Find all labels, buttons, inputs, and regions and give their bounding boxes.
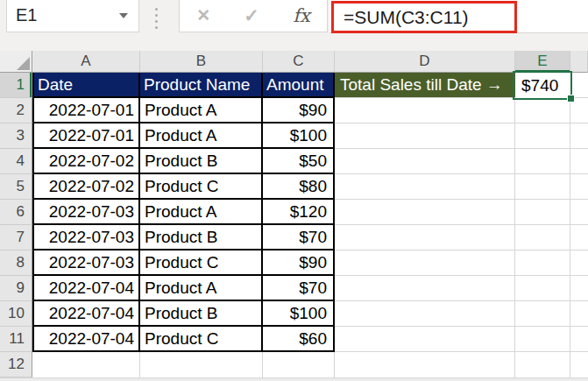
fill-handle[interactable]	[567, 95, 575, 102]
row-header-9[interactable]: 9	[0, 276, 32, 301]
cell-b12[interactable]	[140, 352, 263, 377]
cell-d1[interactable]: Total Sales till Date →	[335, 73, 515, 98]
cell-d5[interactable]	[335, 174, 515, 200]
column-header-b[interactable]: B	[140, 51, 263, 73]
cell-a7[interactable]: 2022-07-03	[32, 225, 140, 250]
cell-c1[interactable]: Amount	[263, 73, 335, 98]
cell-d2[interactable]	[335, 98, 515, 123]
cell-e5[interactable]	[515, 174, 570, 200]
cell-e4[interactable]	[515, 149, 570, 174]
row-header-12[interactable]: 12	[0, 352, 32, 377]
row-header-1[interactable]: 1	[0, 73, 32, 98]
cell-c6[interactable]: $120	[263, 200, 335, 225]
cell-a5[interactable]: 2022-07-02	[32, 174, 140, 200]
cell-a3[interactable]: 2022-07-01	[32, 123, 140, 149]
cell-e3[interactable]	[515, 123, 570, 149]
cell-a2[interactable]: 2022-07-01	[32, 98, 140, 123]
cell-e8[interactable]	[515, 250, 570, 276]
cell-d10[interactable]	[335, 301, 515, 327]
column-header-f-partial[interactable]	[570, 51, 588, 73]
cell-c4[interactable]: $50	[263, 149, 335, 174]
cell-b3[interactable]: Product A	[140, 123, 263, 149]
cell-b2[interactable]: Product A	[140, 98, 263, 123]
cell-b8[interactable]: Product C	[140, 250, 263, 276]
cell-a9[interactable]: 2022-07-04	[32, 276, 140, 301]
cell-a6[interactable]: 2022-07-03	[32, 200, 140, 225]
formula-toolbar: E1 ✕ ✓ fx =SUM(C3:C11)	[0, 0, 588, 51]
cell-b7[interactable]: Product B	[140, 225, 263, 250]
cell-b11[interactable]: Product C	[140, 327, 263, 352]
column-header-a[interactable]: A	[32, 51, 140, 73]
row-header-5[interactable]: 5	[0, 174, 32, 200]
name-box-value: E1	[7, 5, 119, 25]
cell-a8[interactable]: 2022-07-03	[32, 250, 140, 276]
cell-e12[interactable]	[515, 352, 570, 377]
cell-b10[interactable]: Product B	[140, 301, 263, 327]
cell-c7[interactable]: $70	[263, 225, 335, 250]
cell-f4[interactable]	[570, 149, 588, 174]
cell-a12[interactable]	[32, 352, 140, 377]
cell-f12[interactable]	[570, 352, 588, 377]
formula-button-group: ✕ ✓ fx	[179, 0, 328, 32]
cell-d12[interactable]	[335, 352, 515, 377]
cell-a10[interactable]: 2022-07-04	[32, 301, 140, 327]
insert-function-icon[interactable]: fx	[293, 5, 310, 26]
cell-e1-selected[interactable]: $740	[515, 73, 570, 98]
cell-e10[interactable]	[515, 301, 570, 327]
column-header-c[interactable]: C	[263, 51, 335, 73]
column-header-e-selected[interactable]: E	[515, 51, 570, 73]
name-box[interactable]: E1	[6, 0, 139, 32]
cell-c8[interactable]: $90	[263, 250, 335, 276]
cell-d6[interactable]	[335, 200, 515, 225]
cancel-icon[interactable]: ✕	[196, 5, 210, 25]
cell-e6[interactable]	[515, 200, 570, 225]
cell-b9[interactable]: Product A	[140, 276, 263, 301]
cell-d3[interactable]	[335, 123, 515, 149]
cell-d9[interactable]	[335, 276, 515, 301]
cell-c5[interactable]: $80	[263, 174, 335, 200]
cell-e9[interactable]	[515, 276, 570, 301]
cell-b4[interactable]: Product B	[140, 149, 263, 174]
cell-d7[interactable]	[335, 225, 515, 250]
cell-b5[interactable]: Product C	[140, 174, 263, 200]
cell-c11[interactable]: $60	[263, 327, 335, 352]
cell-e11[interactable]	[515, 327, 570, 352]
column-header-d[interactable]: D	[335, 51, 515, 73]
select-all-triangle-icon	[17, 57, 30, 70]
cell-b6[interactable]: Product A	[140, 200, 263, 225]
cell-e7[interactable]	[515, 225, 570, 250]
cell-c12[interactable]	[263, 352, 335, 377]
cell-f9[interactable]	[570, 276, 588, 301]
name-box-dropdown-icon[interactable]	[119, 13, 128, 18]
row-header-3[interactable]: 3	[0, 123, 32, 149]
row-header-10[interactable]: 10	[0, 301, 32, 327]
row-header-7[interactable]: 7	[0, 225, 32, 250]
cell-d8[interactable]	[335, 250, 515, 276]
confirm-icon[interactable]: ✓	[244, 5, 259, 26]
cell-c9[interactable]: $70	[263, 276, 335, 301]
cell-b1[interactable]: Product Name	[140, 73, 263, 98]
cell-f7[interactable]	[570, 225, 588, 250]
formula-bar[interactable]: =SUM(C3:C11)	[329, 0, 588, 33]
cell-d4[interactable]	[335, 149, 515, 174]
cell-f8[interactable]	[570, 250, 588, 276]
cell-d11[interactable]	[335, 327, 515, 352]
cell-e2[interactable]	[515, 98, 570, 123]
row-header-4[interactable]: 4	[0, 149, 32, 174]
cell-f11[interactable]	[570, 327, 588, 352]
cell-c3[interactable]: $100	[263, 123, 335, 149]
cell-a4[interactable]: 2022-07-02	[32, 149, 140, 174]
cell-c10[interactable]: $100	[263, 301, 335, 327]
row-header-8[interactable]: 8	[0, 250, 32, 276]
cell-f6[interactable]	[570, 200, 588, 225]
cell-a11[interactable]: 2022-07-04	[32, 327, 140, 352]
select-all-button[interactable]	[0, 51, 32, 73]
row-header-11[interactable]: 11	[0, 327, 32, 352]
row-header-2[interactable]: 2	[0, 98, 32, 123]
row-header-6[interactable]: 6	[0, 200, 32, 225]
cell-c2[interactable]: $90	[263, 98, 335, 123]
cell-f10[interactable]	[570, 301, 588, 327]
cell-f3[interactable]	[570, 123, 588, 149]
cell-a1[interactable]: Date	[32, 73, 140, 98]
cell-f5[interactable]	[570, 174, 588, 200]
